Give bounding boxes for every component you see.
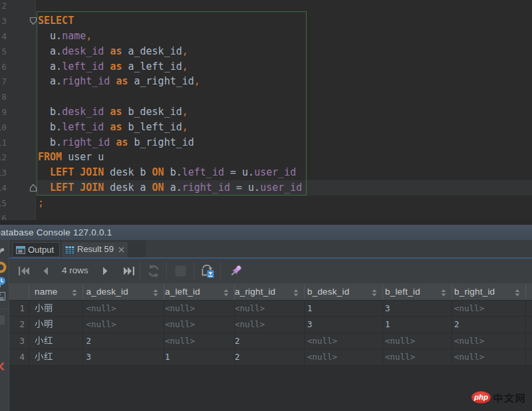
stop-button[interactable] xyxy=(175,259,186,283)
column-header-a_desk_id[interactable]: a_desk_id xyxy=(86,283,128,300)
grid-row-3[interactable]: 32<null>2<null><null><null> xyxy=(9,333,532,349)
line-number: 16 xyxy=(0,211,7,220)
cell-b_left_id[interactable]: <null> xyxy=(385,349,415,364)
column-header-b_left_id[interactable]: b_left_id xyxy=(385,283,420,300)
line-number: 11 xyxy=(0,135,7,150)
grid-row-2[interactable]: 2<null><null><null>312 xyxy=(9,317,532,333)
first-row-button[interactable] xyxy=(18,259,30,283)
cell-b_desk_id[interactable]: <null> xyxy=(307,333,337,348)
cell-a_left_id[interactable]: <null> xyxy=(165,301,195,316)
column-separator[interactable] xyxy=(164,285,164,299)
close-tab-icon[interactable] xyxy=(118,246,125,253)
cell-b_desk_id[interactable]: 1 xyxy=(307,301,313,316)
output-panel-icon[interactable] xyxy=(0,291,6,302)
rerun-query-icon[interactable] xyxy=(146,259,161,283)
column-separator xyxy=(382,317,383,333)
cell-b_left_id[interactable]: 3 xyxy=(385,301,390,316)
grid-row-4[interactable]: 4312<null><null><null> xyxy=(9,349,532,366)
line-number: 8 xyxy=(0,89,7,104)
column-separator[interactable] xyxy=(304,285,305,299)
cell-b_right_id[interactable]: <null> xyxy=(454,349,484,364)
cell-b_desk_id[interactable]: <null> xyxy=(307,349,337,364)
cell-b_right_id[interactable]: <null> xyxy=(454,333,484,348)
stop-console-icon[interactable] xyxy=(0,315,5,325)
dump-data-icon[interactable] xyxy=(200,259,215,283)
column-header-name[interactable]: name xyxy=(35,283,58,300)
cell-a_desk_id[interactable]: <null> xyxy=(86,317,116,332)
cell-b_desk_id[interactable]: 3 xyxy=(307,317,313,332)
column-header-b_desk_id[interactable]: b_desk_id xyxy=(307,283,349,300)
cell-b_right_id[interactable]: 2 xyxy=(454,317,460,332)
cell-a_right_id[interactable]: <null> xyxy=(235,301,265,316)
tab-output-label: Output xyxy=(28,243,54,257)
cell-a_left_id[interactable]: 1 xyxy=(165,349,170,364)
column-separator xyxy=(82,333,83,349)
cell-name[interactable] xyxy=(35,301,53,316)
column-separator[interactable] xyxy=(29,285,29,299)
column-header-a_left_id[interactable]: a_left_id xyxy=(165,283,200,300)
settings-wrench-icon[interactable] xyxy=(0,246,6,257)
cell-a_right_id[interactable]: 2 xyxy=(235,349,240,364)
last-row-button[interactable] xyxy=(123,259,135,283)
fold-end-icon[interactable] xyxy=(29,184,37,192)
column-separator xyxy=(452,333,452,349)
column-separator xyxy=(164,333,164,349)
editor-line: 11 b.right_id as b_right_id xyxy=(0,135,532,150)
close-console-icon[interactable] xyxy=(0,361,5,372)
cell-a_right_id[interactable]: 2 xyxy=(235,333,240,348)
column-separator[interactable] xyxy=(452,285,452,299)
pin-tab-icon[interactable] xyxy=(229,259,242,283)
panel-splitter[interactable] xyxy=(0,220,532,225)
column-separator xyxy=(525,349,526,365)
editor-line: 3SELECT xyxy=(0,13,532,29)
sort-arrows-icon[interactable] xyxy=(72,289,77,297)
editor-line: 6 a.left_id as a_left_id, xyxy=(0,59,532,74)
editor-line: 15; xyxy=(0,196,532,211)
history-clock-icon[interactable] xyxy=(0,276,7,288)
previous-row-button[interactable] xyxy=(41,259,49,283)
column-separator[interactable] xyxy=(382,285,383,299)
sort-arrows-icon[interactable] xyxy=(515,289,520,297)
column-separator xyxy=(382,301,383,317)
column-separator[interactable] xyxy=(525,285,526,299)
line-number: 12 xyxy=(0,150,7,165)
cell-a_desk_id[interactable]: <null> xyxy=(86,301,116,316)
sort-arrows-icon[interactable] xyxy=(293,289,299,297)
column-separator[interactable] xyxy=(82,285,83,299)
cell-a_left_id[interactable]: <null> xyxy=(165,317,195,332)
cell-b_right_id[interactable]: <null> xyxy=(454,301,484,316)
sql-editor[interactable]: 23SELECT4 u.name,5 a.desk_id as a_desk_i… xyxy=(0,0,532,220)
column-separator[interactable] xyxy=(234,285,235,299)
tab-output[interactable]: Output xyxy=(12,242,60,257)
grid-row-1[interactable]: 1<null><null><null>13<null> xyxy=(9,301,532,317)
column-separator xyxy=(452,349,452,365)
tool-window-header[interactable]: Database Console 127.0.0.1 xyxy=(0,225,532,240)
column-separator xyxy=(304,333,305,349)
sort-arrows-icon[interactable] xyxy=(441,289,446,297)
column-separator xyxy=(234,349,235,365)
database-console-panel: Database Console 127.0.0.1 Output xyxy=(0,225,532,411)
tab-result[interactable]: Result 59 xyxy=(62,242,128,257)
cell-name[interactable] xyxy=(35,349,53,364)
cell-name[interactable] xyxy=(35,333,53,348)
column-separator xyxy=(164,317,164,333)
cell-b_left_id[interactable]: 1 xyxy=(385,317,390,332)
sort-arrows-icon[interactable] xyxy=(223,289,229,297)
column-header-a_right_id[interactable]: a_right_id xyxy=(235,283,275,300)
sort-arrows-icon[interactable] xyxy=(153,289,158,297)
result-grid: namea_desk_ida_left_ida_right_idb_desk_i… xyxy=(9,283,532,366)
cell-a_desk_id[interactable]: 2 xyxy=(86,333,92,348)
code-text: LEFT JOIN desk b ON b.left_id = u.user_i… xyxy=(38,165,296,180)
code-text: LEFT JOIN desk a ON a.right_id = u.user_… xyxy=(38,180,302,196)
fold-start-icon[interactable] xyxy=(29,17,37,25)
database-console-icon[interactable] xyxy=(0,261,7,273)
column-separator xyxy=(29,349,29,365)
cell-a_right_id[interactable]: <null> xyxy=(235,317,265,332)
cell-b_left_id[interactable]: <null> xyxy=(385,333,415,348)
cell-name[interactable] xyxy=(35,317,53,332)
sort-arrows-icon[interactable] xyxy=(372,289,377,297)
next-row-button[interactable] xyxy=(102,259,110,283)
column-header-b_right_id[interactable]: b_right_id xyxy=(454,283,495,300)
cell-a_left_id[interactable]: <null> xyxy=(165,333,195,348)
cell-a_desk_id[interactable]: 3 xyxy=(86,349,92,364)
